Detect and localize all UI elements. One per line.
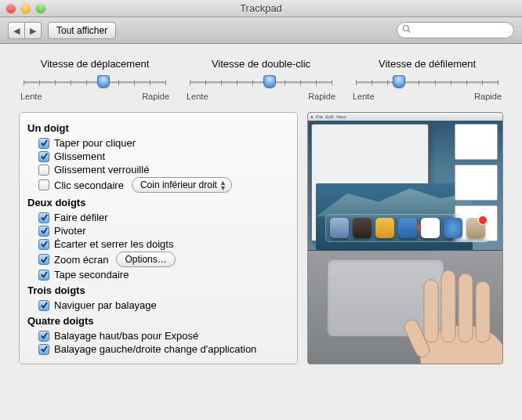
chevron-left-icon: ◀: [13, 26, 20, 35]
option-label: Naviguer par balayage: [54, 299, 157, 311]
four-fingers-heading: Quatre doigts: [27, 315, 289, 327]
option-label: Tape secondaire: [54, 269, 129, 281]
slider-title: Vitesse de double-clic: [185, 58, 337, 70]
checkbox-icon[interactable]: [38, 151, 49, 162]
option-label: Clic secondaire: [54, 179, 124, 191]
drag-lock-row[interactable]: Glissement verrouillé: [27, 163, 289, 176]
gesture-options-panel: Un doigt Taper pour cliquer Glissement G…: [19, 112, 298, 364]
search-input[interactable]: [415, 25, 501, 36]
slider-thumb[interactable]: [97, 75, 110, 88]
option-label: Glissement verrouillé: [54, 164, 149, 176]
button-label: Options…: [125, 254, 166, 265]
window-titlebar: Trackpad: [0, 0, 522, 17]
option-label: Pivoter: [54, 225, 85, 237]
double-click-speed-slider-block: Vitesse de double-clic Lente Rapide: [185, 58, 337, 101]
svg-rect-5: [459, 273, 473, 342]
checkbox-icon[interactable]: [38, 165, 49, 176]
checkbox-icon[interactable]: [38, 344, 49, 355]
option-label: Glissement: [54, 150, 105, 162]
slider-title: Vitesse de défilement: [351, 58, 503, 70]
checkbox-icon[interactable]: [38, 226, 49, 237]
option-label: Taper pour cliquer: [54, 137, 136, 149]
updown-chevron-icon: ▲▼: [219, 180, 227, 191]
svg-line-1: [408, 31, 411, 33]
screen-zoom-row[interactable]: Zoom écran Options…: [27, 251, 289, 268]
screen-zoom-options-button[interactable]: Options…: [116, 252, 175, 267]
chevron-right-icon: ▶: [30, 26, 36, 35]
slider-min-label: Lente: [20, 92, 42, 101]
tap-to-click-row[interactable]: Taper pour cliquer: [27, 136, 289, 150]
option-label: Balayage gauche/droite change d'applicat…: [54, 343, 256, 355]
slider-thumb[interactable]: [263, 75, 276, 88]
toolbar: ◀ ▶ Tout afficher: [0, 17, 522, 44]
option-label: Faire défiler: [54, 212, 108, 223]
preview-widget: [455, 124, 498, 160]
checkbox-icon[interactable]: [38, 254, 49, 265]
gesture-preview-video: ●FileEditView: [307, 112, 503, 364]
expose-swipe-row[interactable]: Balayage haut/bas pour Exposé: [27, 329, 289, 342]
slider-max-label: Rapide: [142, 92, 169, 101]
svg-rect-3: [424, 280, 438, 342]
back-button[interactable]: ◀: [8, 22, 24, 39]
search-field[interactable]: [397, 22, 514, 38]
nav-back-forward: ◀ ▶: [8, 22, 42, 39]
option-label: Zoom écran: [54, 254, 108, 266]
forward-button[interactable]: ▶: [24, 22, 42, 39]
slider-title: Vitesse de déplacement: [19, 58, 171, 70]
slider-max-label: Rapide: [474, 92, 502, 101]
scrolling-speed-slider[interactable]: [356, 74, 498, 90]
rotate-row[interactable]: Pivoter: [27, 224, 289, 237]
one-finger-heading: Un doigt: [27, 122, 289, 134]
option-label: Balayage haut/bas pour Exposé: [54, 330, 198, 342]
slider-thumb[interactable]: [393, 75, 405, 88]
scrolling-speed-slider-block: Vitesse de défilement Lente Rapide: [351, 58, 503, 101]
double-click-speed-slider[interactable]: [190, 74, 332, 90]
checkbox-icon[interactable]: [38, 212, 49, 223]
slider-max-label: Rapide: [308, 92, 335, 101]
svg-rect-4: [441, 270, 455, 342]
preview-screen: ●FileEditView: [308, 113, 502, 251]
dragging-row[interactable]: Glissement: [27, 150, 289, 163]
option-label: Écarter et serrer les doigts: [54, 238, 173, 250]
two-fingers-heading: Deux doigts: [27, 197, 289, 208]
svg-point-0: [404, 26, 409, 31]
scroll-row[interactable]: Faire défiler: [27, 211, 289, 224]
three-fingers-heading: Trois doigts: [27, 284, 289, 296]
tracking-speed-slider-block: Vitesse de déplacement Lente Rapide: [19, 58, 171, 101]
preview-trackpad-area: [308, 251, 502, 364]
pinch-row[interactable]: Écarter et serrer les doigts: [27, 237, 289, 251]
secondary-click-row[interactable]: Clic secondaire Coin inférieur droit ▲▼: [27, 176, 289, 194]
preview-widget: [455, 165, 498, 201]
app-switch-swipe-row[interactable]: Balayage gauche/droite change d'applicat…: [27, 342, 289, 356]
checkbox-icon[interactable]: [38, 300, 49, 311]
svg-rect-6: [476, 281, 490, 342]
window-title: Trackpad: [0, 2, 522, 14]
checkbox-icon[interactable]: [38, 138, 49, 149]
swipe-navigate-row[interactable]: Naviguer par balayage: [27, 299, 289, 312]
secondary-click-corner-dropdown[interactable]: Coin inférieur droit ▲▼: [132, 177, 232, 193]
preview-hand-icon: [369, 233, 503, 364]
slider-min-label: Lente: [353, 92, 375, 101]
search-icon: [402, 24, 411, 36]
checkbox-icon[interactable]: [38, 239, 49, 250]
checkbox-icon[interactable]: [38, 179, 49, 190]
checkbox-icon[interactable]: [38, 270, 49, 281]
checkbox-icon[interactable]: [38, 331, 49, 342]
slider-min-label: Lente: [187, 92, 208, 101]
show-all-button[interactable]: Tout afficher: [48, 22, 116, 39]
tracking-speed-slider[interactable]: [24, 74, 166, 90]
secondary-tap-row[interactable]: Tape secondaire: [27, 268, 289, 281]
sliders-row: Vitesse de déplacement Lente Rapide Vite…: [19, 58, 503, 101]
dropdown-value: Coin inférieur droit: [140, 179, 217, 190]
